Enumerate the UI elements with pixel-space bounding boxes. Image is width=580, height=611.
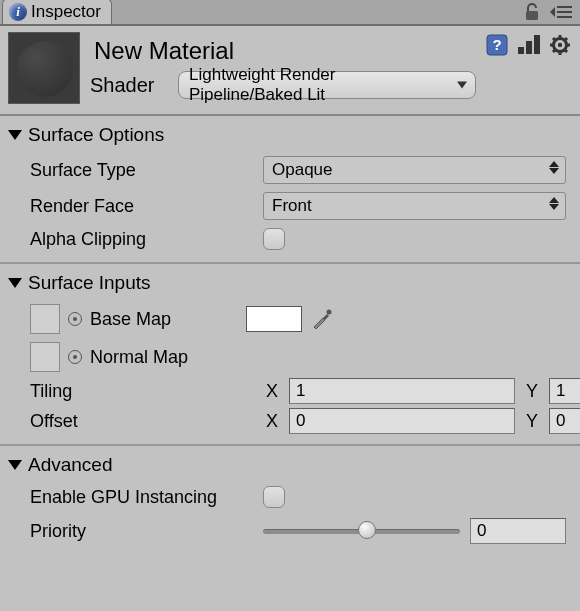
object-picker-icon[interactable] bbox=[68, 350, 82, 364]
tab-strip: i Inspector bbox=[0, 0, 580, 26]
info-icon: i bbox=[9, 3, 27, 21]
svg-text:?: ? bbox=[492, 36, 501, 53]
triangle-down-icon bbox=[8, 278, 22, 288]
triangle-down-icon bbox=[8, 130, 22, 140]
alpha-clipping-checkbox[interactable] bbox=[263, 228, 285, 250]
gear-icon[interactable] bbox=[550, 34, 572, 56]
svg-rect-1 bbox=[557, 6, 572, 8]
svg-point-19 bbox=[327, 310, 332, 315]
triangle-down-icon bbox=[8, 460, 22, 470]
gpu-instancing-label: Enable GPU Instancing bbox=[30, 487, 263, 508]
surface-type-label: Surface Type bbox=[30, 160, 263, 181]
svg-rect-7 bbox=[526, 41, 532, 54]
object-picker-icon[interactable] bbox=[68, 312, 82, 326]
material-header: New Material Shader Lightweight Render P… bbox=[0, 26, 580, 116]
section-advanced: Advanced Enable GPU Instancing Priority bbox=[0, 446, 580, 558]
material-preview[interactable] bbox=[8, 32, 80, 104]
base-map-label: Base Map bbox=[90, 309, 238, 330]
section-surface-options: Surface Options Surface Type Opaque Rend… bbox=[0, 116, 580, 264]
tab-title: Inspector bbox=[31, 2, 101, 22]
tiling-x-input[interactable] bbox=[289, 378, 515, 404]
svg-rect-3 bbox=[557, 16, 572, 18]
normal-map-label: Normal Map bbox=[90, 347, 188, 368]
base-map-texture-slot[interactable] bbox=[30, 304, 60, 334]
normal-map-texture-slot[interactable] bbox=[30, 342, 60, 372]
axis-y-label: Y bbox=[523, 411, 541, 432]
render-face-dropdown[interactable]: Front bbox=[263, 192, 566, 220]
shader-label: Shader bbox=[90, 74, 166, 97]
slider-thumb[interactable] bbox=[358, 521, 376, 539]
offset-label: Offset bbox=[30, 411, 263, 432]
base-map-color[interactable] bbox=[246, 306, 302, 332]
priority-label: Priority bbox=[30, 521, 263, 542]
eyedropper-icon[interactable] bbox=[310, 307, 334, 331]
lock-icon[interactable] bbox=[524, 3, 540, 21]
svg-rect-0 bbox=[526, 11, 538, 20]
offset-x-input[interactable] bbox=[289, 408, 515, 434]
shader-dropdown[interactable]: Lightweight Render Pipeline/Baked Lit bbox=[178, 71, 476, 99]
svg-line-15 bbox=[553, 38, 556, 41]
inspector-tab[interactable]: i Inspector bbox=[2, 0, 112, 24]
svg-rect-6 bbox=[518, 47, 524, 54]
foldout-advanced[interactable]: Advanced bbox=[0, 448, 580, 482]
chevron-down-icon bbox=[457, 82, 467, 89]
section-title: Advanced bbox=[28, 454, 113, 476]
axis-x-label: X bbox=[263, 381, 281, 402]
tiling-y-input[interactable] bbox=[549, 378, 580, 404]
panel-menu-icon[interactable] bbox=[550, 5, 572, 19]
foldout-surface-inputs[interactable]: Surface Inputs bbox=[0, 266, 580, 300]
help-icon[interactable]: ? bbox=[486, 34, 508, 56]
render-face-value: Front bbox=[272, 196, 312, 216]
render-face-label: Render Face bbox=[30, 196, 263, 217]
svg-rect-2 bbox=[557, 11, 572, 13]
presets-icon[interactable] bbox=[518, 34, 540, 56]
surface-type-value: Opaque bbox=[272, 160, 333, 180]
svg-line-16 bbox=[564, 49, 567, 52]
offset-y-input[interactable] bbox=[549, 408, 580, 434]
axis-y-label: Y bbox=[523, 381, 541, 402]
section-title: Surface Options bbox=[28, 124, 164, 146]
section-title: Surface Inputs bbox=[28, 272, 151, 294]
svg-line-17 bbox=[553, 49, 556, 52]
alpha-clipping-label: Alpha Clipping bbox=[30, 229, 263, 250]
material-name[interactable]: New Material bbox=[90, 37, 476, 65]
svg-line-18 bbox=[564, 38, 567, 41]
surface-type-dropdown[interactable]: Opaque bbox=[263, 156, 566, 184]
section-surface-inputs: Surface Inputs Base Map Normal Map Tilin… bbox=[0, 264, 580, 446]
shader-value: Lightweight Render Pipeline/Baked Lit bbox=[189, 65, 453, 105]
svg-point-10 bbox=[558, 43, 562, 47]
priority-input[interactable] bbox=[470, 518, 566, 544]
gpu-instancing-checkbox[interactable] bbox=[263, 486, 285, 508]
priority-slider[interactable] bbox=[263, 520, 460, 542]
tiling-label: Tiling bbox=[30, 381, 263, 402]
svg-rect-8 bbox=[534, 35, 540, 54]
foldout-surface-options[interactable]: Surface Options bbox=[0, 118, 580, 152]
axis-x-label: X bbox=[263, 411, 281, 432]
